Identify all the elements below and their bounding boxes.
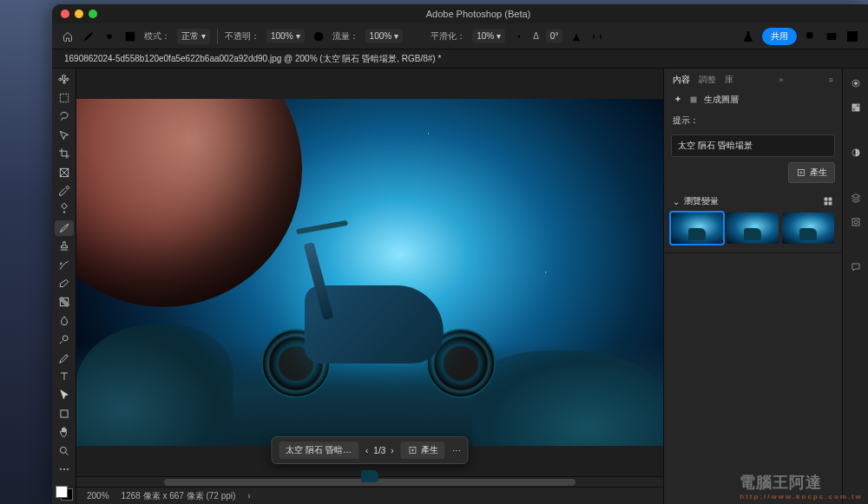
svg-rect-24	[852, 104, 856, 108]
tab-libraries[interactable]: 庫	[725, 74, 733, 86]
ctx-generate-button[interactable]: 產生	[401, 442, 445, 459]
svg-rect-26	[852, 108, 856, 112]
document-tab[interactable]: 1690862024-5d558b120e0fa5e622b6aa002a92d…	[52, 49, 868, 69]
smoothing-options-icon[interactable]	[512, 29, 526, 43]
close-window-button[interactable]	[61, 10, 69, 18]
sparkle-icon	[673, 95, 683, 105]
brush-settings-icon[interactable]	[123, 29, 137, 43]
adjustments-panel-icon[interactable]	[848, 145, 864, 160]
eyedropper-tool[interactable]	[55, 183, 74, 198]
blend-mode-select[interactable]: 正常▾	[177, 29, 210, 44]
svg-point-3	[518, 35, 521, 37]
search-icon[interactable]	[804, 29, 818, 43]
brush-tool-icon[interactable]	[82, 29, 95, 43]
svg-rect-20	[825, 202, 827, 205]
right-dock	[842, 69, 868, 504]
shape-tool[interactable]	[55, 406, 74, 421]
ctx-variation-nav: ‹ 1/3 ›	[365, 446, 394, 455]
beaker-icon[interactable]	[741, 29, 755, 43]
window-controls	[61, 10, 97, 18]
contextual-task-bar: 太空 隕石 昏暗… ‹ 1/3 › 產生 ⋯	[271, 436, 468, 464]
history-brush-tool[interactable]	[55, 258, 74, 272]
gradient-tool[interactable]	[55, 295, 74, 310]
ctx-prev-button[interactable]: ‹	[365, 446, 368, 455]
hand-tool[interactable]	[55, 424, 74, 439]
airbrush-icon[interactable]	[410, 29, 424, 43]
panel-menu-icon[interactable]: ≡	[829, 75, 833, 84]
status-chevron[interactable]: ›	[247, 491, 250, 501]
type-tool[interactable]	[55, 369, 74, 383]
brush-preset-icon[interactable]	[102, 29, 116, 43]
svg-point-4	[806, 31, 813, 38]
grid-view-icon[interactable]	[823, 196, 833, 206]
opacity-input[interactable]: 100%▾	[266, 29, 305, 43]
opacity-pressure-icon[interactable]	[312, 29, 326, 43]
canvas-viewport[interactable]: 太空 隕石 昏暗… ‹ 1/3 › 產生 ⋯	[76, 69, 663, 476]
tab-content[interactable]: 內容	[673, 74, 690, 86]
workspace-icon[interactable]	[845, 29, 859, 43]
svg-rect-29	[852, 219, 859, 226]
doc-info[interactable]: 1268 像素 x 667 像素 (72 ppi)	[122, 490, 236, 502]
horizontal-scrollbar[interactable]	[76, 476, 663, 487]
quick-select-tool[interactable]	[55, 128, 74, 142]
svg-rect-5	[827, 33, 837, 40]
generate-button[interactable]: 產生	[788, 162, 835, 183]
dodge-tool[interactable]	[55, 331, 74, 346]
smoothing-input[interactable]: 10%▾	[472, 29, 505, 43]
canvas-artwork	[76, 99, 663, 446]
path-select-tool[interactable]	[55, 388, 74, 403]
layers-panel-icon[interactable]	[848, 190, 864, 206]
move-tool[interactable]	[55, 72, 74, 87]
variations-header[interactable]: ⌄ 瀏覽變量	[664, 190, 842, 213]
symmetry-icon[interactable]	[590, 29, 604, 43]
svg-rect-13	[60, 410, 67, 417]
zoom-level[interactable]: 200%	[87, 491, 109, 501]
share-button[interactable]: 共用	[762, 28, 797, 45]
canvas-area: 太空 隕石 昏暗… ‹ 1/3 › 產生 ⋯ 200% 1268 像素 x 66…	[76, 69, 663, 504]
app-window: Adobe Photoshop (Beta) 模式： 正常▾ 不透明： 100%…	[52, 4, 868, 504]
minimize-window-button[interactable]	[75, 10, 83, 18]
svg-point-0	[107, 34, 111, 38]
swatches-panel-icon[interactable]	[848, 100, 864, 115]
panel-collapse-icon[interactable]: »	[779, 75, 783, 84]
tab-adjustments[interactable]: 調整	[699, 74, 716, 86]
flow-label: 流量：	[332, 30, 358, 43]
angle-input[interactable]: 0°	[546, 29, 563, 43]
channels-panel-icon[interactable]	[848, 214, 864, 230]
comments-panel-icon[interactable]	[848, 259, 864, 275]
main-area: ⋯ 太空 隕石 昏暗… ‹ 1/3	[52, 69, 868, 504]
ctx-next-button[interactable]: ›	[391, 446, 393, 455]
pen-tool[interactable]	[55, 350, 74, 365]
variation-thumb-3[interactable]	[782, 213, 834, 244]
zoom-window-button[interactable]	[89, 10, 97, 18]
home-icon[interactable]	[61, 29, 75, 43]
properties-panel: 內容 調整 庫 » ≡ 生成圖層 提示： 太空 隕石 昏暗場景 產生	[663, 69, 842, 504]
opacity-label: 不透明：	[225, 30, 260, 43]
svg-point-12	[62, 336, 68, 341]
variation-thumb-1[interactable]	[671, 213, 723, 244]
color-panel-icon[interactable]	[848, 75, 864, 91]
eraser-tool[interactable]	[55, 276, 74, 291]
ctx-prompt-chip[interactable]: 太空 隕石 昏暗…	[279, 442, 358, 459]
flow-input[interactable]: 100%▾	[365, 29, 404, 43]
pressure-size-icon[interactable]	[569, 29, 583, 43]
edit-toolbar[interactable]: ⋯	[55, 461, 74, 476]
ctx-more-button[interactable]: ⋯	[452, 446, 461, 455]
color-swatches[interactable]	[56, 486, 73, 501]
marquee-tool[interactable]	[55, 90, 74, 105]
brush-tool[interactable]	[55, 220, 74, 235]
stamp-tool[interactable]	[55, 239, 74, 254]
frame-tool[interactable]	[55, 165, 74, 180]
healing-tool[interactable]	[55, 202, 74, 217]
lasso-tool[interactable]	[55, 109, 74, 124]
svg-rect-25	[856, 104, 859, 108]
blur-tool[interactable]	[55, 313, 74, 328]
svg-point-30	[854, 220, 858, 224]
prompt-input[interactable]: 太空 隕石 昏暗場景	[671, 134, 835, 157]
zoom-tool[interactable]	[55, 443, 74, 458]
svg-rect-19	[829, 198, 832, 200]
cloud-docs-icon[interactable]	[825, 29, 838, 43]
angle-label: Δ	[533, 31, 539, 41]
variation-thumb-2[interactable]	[727, 213, 779, 244]
crop-tool[interactable]	[55, 147, 74, 161]
